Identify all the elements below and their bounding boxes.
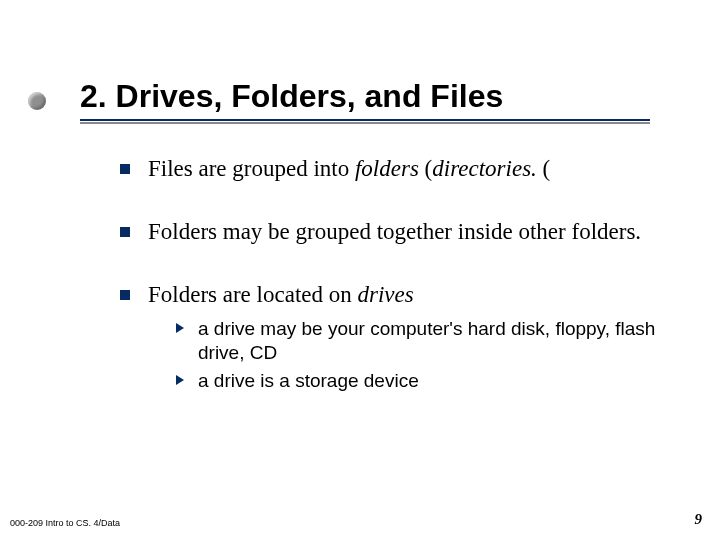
title-underline: [80, 119, 650, 121]
bullet-text: Folders may be grouped together inside o…: [148, 219, 641, 244]
bullet-text: Files are grouped into folders (director…: [148, 156, 550, 181]
title-block: 2. Drives, Folders, and Files: [80, 78, 680, 121]
sub-bullet-text: a drive may be your computer's hard disk…: [198, 318, 655, 363]
slide: 2. Drives, Folders, and Files Files are …: [0, 0, 720, 540]
slide-body: Files are grouped into folders (director…: [120, 155, 670, 427]
bullet-item: Folders may be grouped together inside o…: [120, 218, 670, 247]
footer-left: 000-209 Intro to CS. 4/Data: [10, 518, 120, 528]
sub-bullet-list: a drive may be your computer's hard disk…: [176, 317, 670, 392]
title-bullet-disc: [28, 92, 46, 110]
bullet-item: Folders are located on drives a drive ma…: [120, 281, 670, 393]
sub-bullet-item: a drive is a storage device: [176, 369, 670, 393]
sub-bullet-text: a drive is a storage device: [198, 370, 419, 391]
bullet-item: Files are grouped into folders (director…: [120, 155, 670, 184]
bullet-text: Folders are located on drives: [148, 282, 414, 307]
slide-number: 9: [695, 511, 703, 528]
slide-title: 2. Drives, Folders, and Files: [80, 78, 680, 115]
sub-bullet-item: a drive may be your computer's hard disk…: [176, 317, 670, 365]
bullet-list: Files are grouped into folders (director…: [120, 155, 670, 393]
